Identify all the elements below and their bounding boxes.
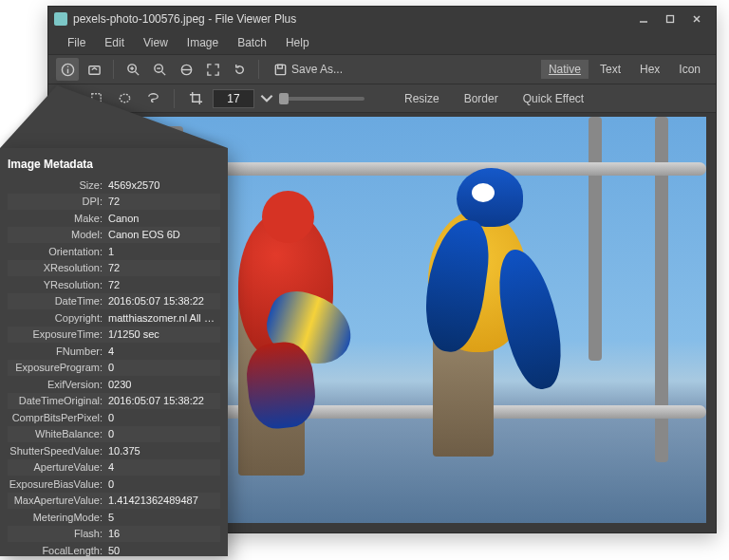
metadata-key: DateTimeOriginal: xyxy=(8,395,108,406)
metadata-key: WhiteBalance: xyxy=(8,428,108,439)
metadata-value: Canon EOS 6D xyxy=(108,229,220,240)
toolbar-main: Save As... Native Text Hex Icon xyxy=(48,54,716,84)
metadata-key: DateTime: xyxy=(8,295,108,307)
callout-arrow xyxy=(0,85,228,148)
menu-file[interactable]: File xyxy=(58,33,95,52)
open-button[interactable] xyxy=(83,58,105,81)
quick-effect-button[interactable]: Quick Effect xyxy=(514,89,593,108)
metadata-value: 72 xyxy=(108,196,220,207)
metadata-key: Make: xyxy=(8,213,108,224)
viewmode-hex[interactable]: Hex xyxy=(632,60,667,79)
metadata-row: YResolution:72 xyxy=(8,276,220,293)
titlebar[interactable]: pexels-photo-100576.jpeg - File Viewer P… xyxy=(48,7,716,31)
metadata-row: Flash:16 xyxy=(8,526,220,543)
maximize-button[interactable] xyxy=(657,9,683,28)
metadata-value: 5 xyxy=(108,512,220,523)
zoom-out-button[interactable] xyxy=(148,58,171,81)
metadata-row: FNumber:4 xyxy=(8,343,220,360)
metadata-row: Copyright:matthiaszomer.nl All Rights Re… xyxy=(8,309,220,327)
metadata-row: ShutterSpeedValue:10.375 xyxy=(8,442,220,459)
viewmode-native[interactable]: Native xyxy=(541,60,589,79)
metadata-value: 4 xyxy=(108,345,220,357)
metadata-key: FocalLength: xyxy=(8,545,108,556)
metadata-row: ExposureProgram:0 xyxy=(8,360,220,377)
window-title: pexels-photo-100576.jpeg - File Viewer P… xyxy=(73,12,630,26)
metadata-key: ShutterSpeedValue: xyxy=(8,445,108,457)
border-button[interactable]: Border xyxy=(455,89,508,108)
separator xyxy=(113,60,114,79)
title-filename: pexels-photo-100576.jpeg xyxy=(73,12,205,26)
metadata-value: 4 xyxy=(108,461,220,473)
svg-rect-18 xyxy=(278,65,283,68)
viewmode-icon[interactable]: Icon xyxy=(671,60,708,79)
metadata-value: 10.375 xyxy=(108,445,220,457)
metadata-row: MeteringMode:5 xyxy=(8,509,220,526)
metadata-row: DPI:72 xyxy=(8,194,220,211)
metadata-key: Orientation: xyxy=(8,246,108,257)
metadata-title: Image Metadata xyxy=(8,158,220,171)
metadata-value: 2016:05:07 15:38:22 xyxy=(108,295,220,307)
metadata-table: Size:4569x2570DPI:72Make:CanonModel:Cano… xyxy=(8,177,220,556)
svg-rect-1 xyxy=(667,16,674,23)
metadata-row: FocalLength:50 xyxy=(8,542,220,556)
metadata-row: ExifVersion:0230 xyxy=(8,376,220,393)
save-as-button[interactable]: Save As... xyxy=(267,60,349,80)
metadata-value: 16 xyxy=(108,528,220,539)
metadata-key: FNumber: xyxy=(8,345,108,357)
metadata-value: 1/1250 sec xyxy=(108,328,220,340)
menu-batch[interactable]: Batch xyxy=(228,33,276,52)
metadata-value: 72 xyxy=(108,262,220,273)
rotate-button[interactable] xyxy=(228,58,251,81)
metadata-key: MeteringMode: xyxy=(8,512,108,523)
metadata-row: Model:Canon EOS 6D xyxy=(8,227,220,244)
metadata-key: DPI: xyxy=(8,196,108,207)
metadata-key: ExifVersion: xyxy=(8,379,108,390)
metadata-value: 4569x2570 xyxy=(108,179,220,191)
svg-line-9 xyxy=(135,71,139,75)
metadata-key: Copyright: xyxy=(8,312,108,324)
metadata-value: 1 xyxy=(108,246,220,257)
metadata-key: Model: xyxy=(8,229,108,240)
info-panel-button[interactable] xyxy=(56,58,79,81)
metadata-value: matthiaszomer.nl All Rights Res xyxy=(108,312,220,324)
metadata-key: ExposureProgram: xyxy=(8,362,108,373)
separator xyxy=(258,60,259,79)
metadata-panel: Image Metadata Size:4569x2570DPI:72Make:… xyxy=(0,148,228,556)
metadata-key: Flash: xyxy=(8,528,108,539)
metadata-row: DateTimeOriginal:2016:05:07 15:38:22 xyxy=(8,393,220,410)
metadata-row: ExposureTime:1/1250 sec xyxy=(8,327,220,344)
menubar: File Edit View Image Batch Help xyxy=(48,31,716,54)
metadata-value: 0230 xyxy=(108,379,220,390)
metadata-key: MaxApertureValue: xyxy=(8,495,108,506)
fullscreen-button[interactable] xyxy=(201,58,224,81)
close-button[interactable] xyxy=(683,9,710,28)
zoom-slider-thumb[interactable] xyxy=(279,93,289,104)
metadata-value: Canon xyxy=(108,213,220,224)
menu-edit[interactable]: Edit xyxy=(95,33,134,52)
menu-help[interactable]: Help xyxy=(276,33,319,52)
menu-view[interactable]: View xyxy=(134,33,178,52)
metadata-key: XResolution: xyxy=(8,262,108,273)
app-icon xyxy=(54,12,67,26)
metadata-value: 0 xyxy=(108,412,220,423)
svg-rect-17 xyxy=(275,65,285,74)
metadata-key: Size: xyxy=(8,179,108,191)
resize-button[interactable]: Resize xyxy=(395,89,449,108)
metadata-row: Make:Canon xyxy=(8,210,220,227)
minimize-button[interactable] xyxy=(630,9,657,28)
zoom-slider[interactable] xyxy=(279,97,364,101)
zoom-fit-button[interactable] xyxy=(175,58,197,81)
zoom-dropdown-button[interactable] xyxy=(260,87,273,110)
viewmode-text[interactable]: Text xyxy=(592,60,628,79)
menu-image[interactable]: Image xyxy=(178,33,228,52)
metadata-value: 0 xyxy=(108,362,220,373)
title-appname: File Viewer Plus xyxy=(215,12,296,26)
metadata-row: ExposureBiasValue:0 xyxy=(8,476,220,493)
metadata-row: WhiteBalance:0 xyxy=(8,426,220,443)
zoom-in-button[interactable] xyxy=(122,58,144,81)
metadata-value: 50 xyxy=(108,545,220,556)
metadata-key: ExposureTime: xyxy=(8,328,108,340)
svg-line-13 xyxy=(161,71,165,75)
metadata-row: MaxApertureValue:1.41421362489487 xyxy=(8,493,220,510)
metadata-key: ApertureValue: xyxy=(8,461,108,473)
